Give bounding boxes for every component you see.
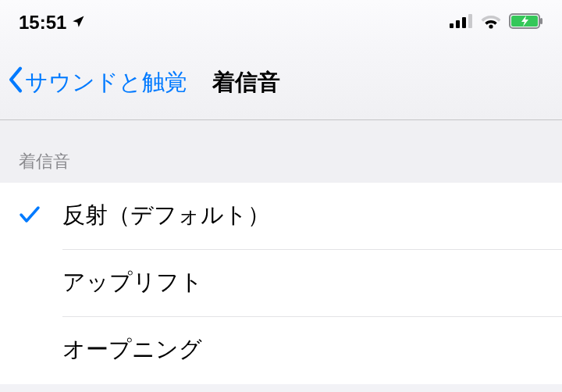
chevron-left-icon <box>6 66 25 99</box>
section-header: 着信音 <box>0 120 562 183</box>
row-inner: オープニング <box>62 317 562 384</box>
page-title: 着信音 <box>212 67 280 98</box>
ringtone-label: 反射（デフォルト） <box>62 200 270 233</box>
wifi-icon <box>481 13 501 32</box>
ringtone-row[interactable]: オープニング <box>0 317 562 384</box>
ringtone-label: アップリフト <box>62 267 203 300</box>
row-inner: 反射（デフォルト） <box>62 183 562 250</box>
svg-point-4 <box>489 24 493 28</box>
location-icon <box>71 12 85 34</box>
nav-bar: サウンドと触覚 着信音 <box>0 45 562 120</box>
svg-rect-1 <box>456 20 460 28</box>
status-time: 15:51 <box>19 12 66 34</box>
status-left: 15:51 <box>19 12 85 34</box>
status-right <box>450 13 543 32</box>
status-bar: 15:51 <box>0 0 562 45</box>
checkmark-icon <box>19 205 41 227</box>
svg-rect-0 <box>450 23 454 28</box>
back-label: サウンドと触覚 <box>25 67 187 98</box>
ringtone-list: 反射（デフォルト）アップリフトオープニング <box>0 183 562 384</box>
svg-rect-3 <box>468 14 472 28</box>
svg-rect-6 <box>540 18 542 24</box>
svg-rect-2 <box>462 17 466 28</box>
row-inner: アップリフト <box>62 250 562 317</box>
battery-charging-icon <box>509 13 543 32</box>
ringtone-label: オープニング <box>62 334 202 367</box>
back-button[interactable]: サウンドと触覚 <box>6 66 187 99</box>
ringtone-row[interactable]: アップリフト <box>0 250 562 317</box>
cellular-signal-icon <box>450 14 473 31</box>
ringtone-row[interactable]: 反射（デフォルト） <box>0 183 562 250</box>
checkmark-col <box>19 205 62 227</box>
